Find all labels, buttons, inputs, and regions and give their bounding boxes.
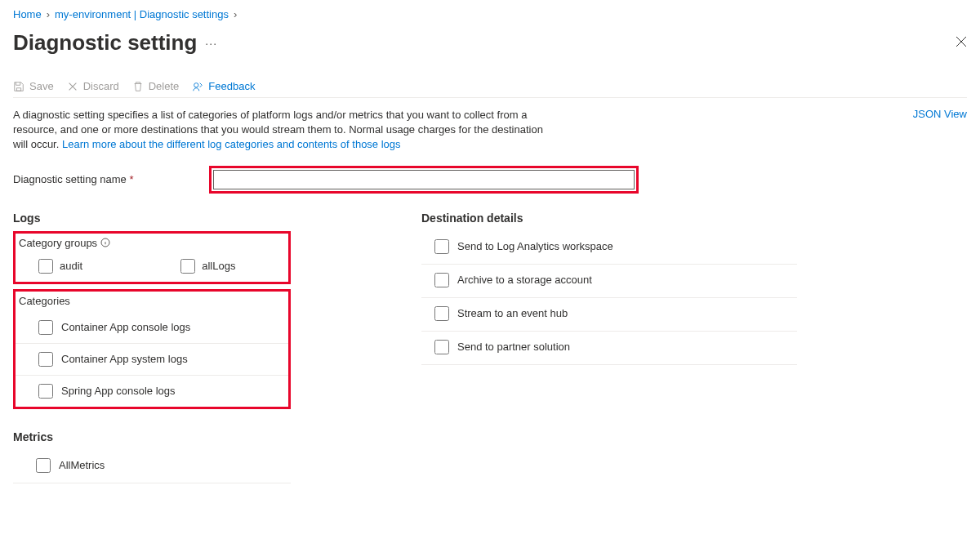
checkbox-input[interactable] — [434, 273, 449, 287]
checkbox-alllogs-label: allLogs — [202, 260, 235, 272]
checkbox-alllogs[interactable]: allLogs — [180, 259, 235, 274]
checkbox-label: AllMetrics — [59, 459, 105, 471]
description-text: A diagnostic setting specifies a list of… — [13, 108, 552, 153]
checkbox-spring-app-console[interactable]: Spring App console logs — [16, 375, 288, 407]
checkbox-audit-label: audit — [60, 260, 82, 272]
info-icon[interactable] — [100, 238, 110, 247]
checkbox-container-app-console[interactable]: Container App console logs — [16, 312, 288, 343]
destinations-heading: Destination details — [421, 208, 797, 231]
checkbox-label: Archive to a storage account — [457, 274, 592, 286]
more-icon[interactable]: ··· — [205, 37, 217, 50]
save-label: Save — [29, 80, 54, 92]
checkbox-input[interactable] — [38, 352, 53, 367]
logs-heading: Logs — [13, 208, 291, 231]
category-groups-box: Category groups audit allLogs — [13, 231, 291, 284]
checkbox-label: Container App system logs — [61, 353, 188, 365]
chevron-right-icon: › — [47, 8, 50, 20]
breadcrumb: Home › my-environment | Diagnostic setti… — [13, 7, 967, 27]
checkbox-storage-account[interactable]: Archive to a storage account — [421, 265, 797, 298]
diagnostic-name-input[interactable] — [213, 170, 635, 189]
page-header: Diagnostic setting ··· — [13, 27, 967, 75]
category-groups-heading: Category groups — [16, 234, 288, 254]
checkbox-label: Send to Log Analytics workspace — [457, 240, 613, 252]
checkbox-log-analytics[interactable]: Send to Log Analytics workspace — [421, 231, 797, 265]
feedback-button[interactable]: Feedback — [192, 80, 255, 92]
checkbox-input[interactable] — [38, 384, 53, 399]
delete-label: Delete — [149, 80, 180, 92]
breadcrumb-env[interactable]: my-environment | Diagnostic settings — [55, 8, 229, 20]
name-row: Diagnostic setting name * — [13, 158, 967, 208]
breadcrumb-home[interactable]: Home — [13, 8, 42, 20]
checkbox-allmetrics[interactable]: AllMetrics — [13, 450, 291, 483]
checkbox-input[interactable] — [36, 458, 51, 473]
checkbox-label: Send to partner solution — [457, 341, 570, 353]
close-icon[interactable] — [956, 36, 967, 50]
save-button[interactable]: Save — [13, 80, 54, 92]
delete-button[interactable]: Delete — [132, 80, 180, 92]
checkbox-container-app-system[interactable]: Container App system logs — [16, 343, 288, 375]
checkbox-label: Stream to an event hub — [457, 307, 568, 319]
name-input-highlight — [209, 166, 639, 194]
categories-box: Categories Container App console logs Co… — [13, 289, 291, 409]
checkbox-input[interactable] — [38, 320, 53, 335]
discard-button[interactable]: Discard — [67, 80, 119, 92]
checkbox-input[interactable] — [434, 306, 449, 321]
checkbox-partner-solution[interactable]: Send to partner solution — [421, 332, 797, 365]
name-label: Diagnostic setting name * — [13, 173, 209, 185]
feedback-label: Feedback — [208, 80, 255, 92]
categories-heading: Categories — [16, 292, 288, 312]
checkbox-audit[interactable]: audit — [38, 259, 82, 274]
checkbox-event-hub[interactable]: Stream to an event hub — [421, 298, 797, 332]
checkbox-label: Spring App console logs — [61, 385, 175, 397]
checkbox-input[interactable] — [434, 239, 449, 254]
discard-label: Discard — [83, 80, 119, 92]
svg-point-0 — [194, 82, 198, 87]
chevron-right-icon: › — [234, 8, 237, 20]
checkbox-input[interactable] — [434, 340, 449, 354]
page-title: Diagnostic setting — [13, 30, 197, 56]
toolbar: Save Discard Delete Feedback — [13, 75, 967, 98]
checkbox-audit-input[interactable] — [38, 259, 53, 274]
checkbox-alllogs-input[interactable] — [180, 259, 195, 274]
learn-more-link[interactable]: Learn more about the different log categ… — [62, 138, 401, 150]
json-view-link[interactable]: JSON View — [913, 108, 967, 120]
checkbox-label: Container App console logs — [61, 321, 190, 333]
metrics-heading: Metrics — [13, 427, 291, 450]
